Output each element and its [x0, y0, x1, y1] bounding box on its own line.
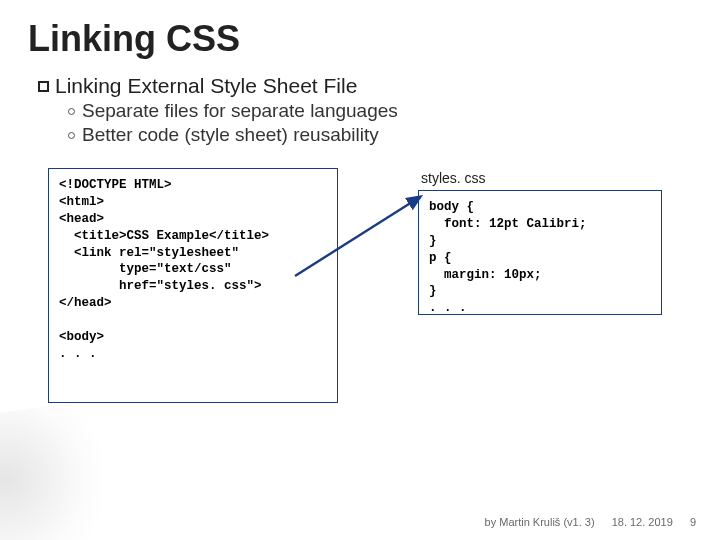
ring-bullet-icon	[68, 108, 75, 115]
slide-title: Linking CSS	[0, 0, 720, 64]
codebox-html: <!DOCTYPE HTML> <html> <head> <title>CSS…	[48, 168, 338, 403]
bullet-level2-a: Separate files for separate languages	[68, 100, 682, 122]
codes-area: <!DOCTYPE HTML> <html> <head> <title>CSS…	[38, 168, 682, 418]
sub2-text: Better code (style sheet) reusability	[82, 124, 379, 145]
bullet1-rest: External Style Sheet File	[127, 74, 357, 97]
bullet-level2-b: Better code (style sheet) reusability	[68, 124, 682, 146]
filename-label: styles. css	[421, 170, 486, 186]
slide-body: Linking External Style Sheet File Separa…	[0, 64, 720, 418]
footer-date: 18. 12. 2019	[612, 516, 673, 528]
decorative-gradient	[0, 399, 121, 540]
bullet-level1: Linking External Style Sheet File	[38, 74, 682, 98]
code-html: <!DOCTYPE HTML> <html> <head> <title>CSS…	[59, 177, 327, 363]
footer: by Martin Kruliš (v1. 3) 18. 12. 2019 9	[471, 516, 696, 528]
footer-author: by Martin Kruliš (v1. 3)	[485, 516, 595, 528]
sub1-text: Separate files for separate languages	[82, 100, 398, 121]
ring-bullet-icon	[68, 132, 75, 139]
codebox-css: body { font: 12pt Calibri; } p { margin:…	[418, 190, 662, 315]
square-bullet-icon	[38, 81, 49, 92]
code-css: body { font: 12pt Calibri; } p { margin:…	[429, 199, 651, 317]
page-number: 9	[690, 516, 696, 528]
bullet1-word1: Linking	[55, 74, 122, 97]
